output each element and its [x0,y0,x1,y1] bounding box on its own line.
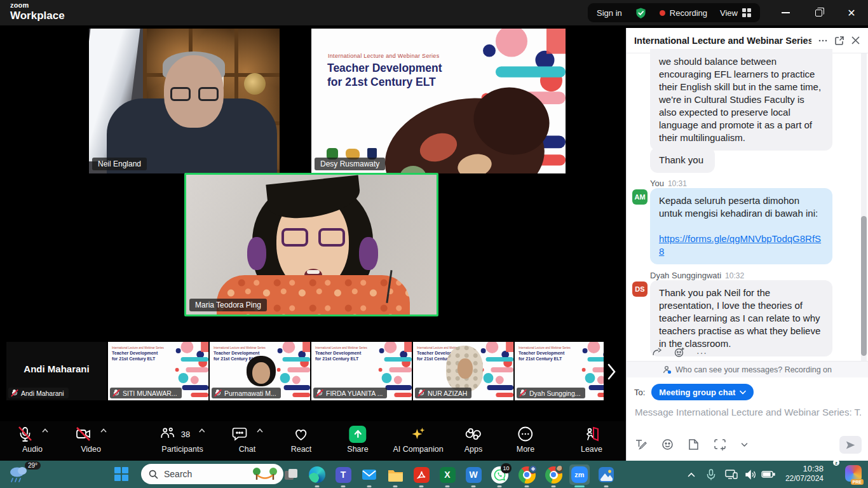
more-button[interactable]: More [517,425,534,454]
sign-in-button[interactable]: Sign in [597,8,622,18]
recording-label: Recording [670,8,707,18]
security-shield-icon[interactable] [635,7,647,19]
heart-icon [293,426,309,442]
add-reaction-icon[interactable] [674,347,685,358]
view-button[interactable]: View [720,8,751,18]
filmstrip-tile-firda-yuanita[interactable]: International Lecture and Webinar Series… [311,342,412,400]
ai-companion-button[interactable]: AI Companion [393,425,443,454]
slide-title-line1: Teacher Development [315,351,361,355]
minimize-button[interactable] [769,0,802,25]
participant-name: FIRDA YUANITA ... [326,390,383,397]
sparkles-icon [410,426,426,442]
file-icon[interactable] [688,438,699,451]
chat-message-bubble[interactable]: Kepada seluruh peserta dimohon untuk men… [650,188,832,264]
leave-label: Leave [581,445,602,454]
apps-button[interactable]: Apps [465,425,483,454]
ai-companion-label: AI Companion [393,445,443,454]
chat-message-bubble[interactable]: Thank you pak Neil for the presentation,… [650,280,832,356]
slide-title-line2: for 21st Century ELT [112,356,155,361]
more-label: More [517,445,534,454]
mic-muted-icon [519,389,526,397]
chevron-up-icon[interactable] [42,428,48,433]
chat-more-button[interactable] [818,36,828,46]
chat-title: International Lecture and Webinar Series… [634,36,811,46]
chat-scrollbar-thumb[interactable] [861,216,867,356]
filmstrip-tile-nur-azizah[interactable]: International Lecture and Webinar Series… [413,342,513,400]
filmstrip-tile-andi-maharani[interactable]: Andi Maharani Andi Maharani [6,342,107,400]
chevron-down-icon[interactable] [741,442,748,447]
video-tile-desy-rusmawaty[interactable]: International Lecture and Webinar Series… [311,29,566,173]
recording-indicator[interactable]: Recording [660,8,707,18]
filmstrip-next-button[interactable] [604,358,619,386]
video-tile-neil-england[interactable]: Neil England [89,29,280,173]
slide-title-line1: Teacher Development [327,62,442,75]
share-button[interactable]: Share [347,425,368,454]
chat-button[interactable]: Chat [231,425,263,454]
pop-out-icon[interactable] [834,36,844,46]
chat-message-bubble[interactable]: we should balance between encouraging EF… [650,49,832,151]
close-button[interactable]: ✕ [835,0,868,25]
meeting-status-group: Sign in Recording View [588,3,760,22]
audio-button[interactable]: Audio [17,425,48,454]
filmstrip-tile-dyah-sunggingwati[interactable]: International Lecture and Webinar Series… [515,342,604,400]
participants-button[interactable]: 38 Participants [159,425,205,454]
notification-bell[interactable]: z [0,461,839,488]
to-label: To: [634,388,645,397]
chat-input[interactable]: Message International Lecture and Webina… [635,407,861,417]
reply-icon[interactable] [652,348,663,357]
meeting-toolbar: Audio Video 38 Participants [0,421,626,461]
chat-visibility-notice[interactable]: Who can see your messages? Recording on [627,361,868,377]
slide-series-text: International Lecture and Webinar Series [315,346,367,349]
camera-muted-icon [75,426,92,442]
participant-name: Purnamawati M... [224,390,276,397]
participant-name: Andi Maharani [21,390,64,397]
window-controls: ✕ [769,0,868,25]
more-icon [517,426,534,442]
participant-name-label: Andi Maharani [8,388,69,398]
video-button[interactable]: Video [75,425,107,454]
participants-label: Participants [161,445,203,454]
participant-name-label: Purnamawati M... [212,388,281,398]
chat-close-icon[interactable] [851,36,860,45]
chevron-right-icon [607,363,616,380]
participant-name-label: NUR AZIZAH [415,388,471,398]
slide-series-text: International Lecture and Webinar Series [112,346,164,349]
participant-name-label: FIRDA YUANITA ... [313,388,387,398]
react-button[interactable]: React [291,425,312,454]
profile-avatar [529,464,538,473]
participant-name-label: Desy Rusmawaty [315,158,385,170]
chevron-up-icon[interactable] [257,428,263,433]
slide-series-text: International Lecture and Webinar Series [519,346,571,349]
taskbar-copilot[interactable]: PRE [845,465,862,482]
slide-title-line1: Teacher Development [214,351,259,355]
screenshot-icon[interactable] [714,438,726,451]
video-tile-maria-teodora-ping-active-speaker[interactable]: Maria Teodora Ping [184,173,438,316]
chat-bubble-icon [231,426,248,442]
format-text-icon[interactable] [635,438,647,451]
audio-label: Audio [22,445,43,454]
to-target-dropdown[interactable]: Meeting group chat [651,384,754,400]
profile-avatar [555,464,564,473]
chat-message-bubble[interactable]: Thank you [650,147,715,173]
filmstrip-tile-siti-munawar[interactable]: International Lecture and Webinar Series… [108,342,208,400]
headphone-left [247,237,266,270]
participant-name-label: Dyah Sungging... [517,388,585,398]
chevron-up-icon[interactable] [100,428,107,433]
message-more-icon[interactable]: ··· [696,348,707,358]
send-button[interactable] [839,436,862,454]
zoom-app-window: zoom Workplace Sign in Recording View ✕ [0,0,868,488]
filmstrip-tile-purnamawati[interactable]: International Lecture and Webinar Series… [210,342,310,400]
leave-button[interactable]: Leave [581,425,602,454]
mic-muted-icon [17,426,33,442]
spacer [659,220,824,233]
view-label: View [720,8,738,18]
video-label: Video [81,445,101,454]
apps-icon [465,426,482,442]
attendance-form-link[interactable]: https://forms.gle/qgMNVbpTodqG8RfS8 [659,233,821,257]
emoji-icon[interactable] [661,438,674,451]
chat-message-text: Thank you pak Neil for the presentation,… [659,287,820,349]
participant-name: SITI MUNAWAR... [123,390,177,397]
send-to-row: To: Meeting group chat [634,384,754,400]
chevron-up-icon[interactable] [199,428,205,433]
restore-button[interactable] [802,0,835,25]
